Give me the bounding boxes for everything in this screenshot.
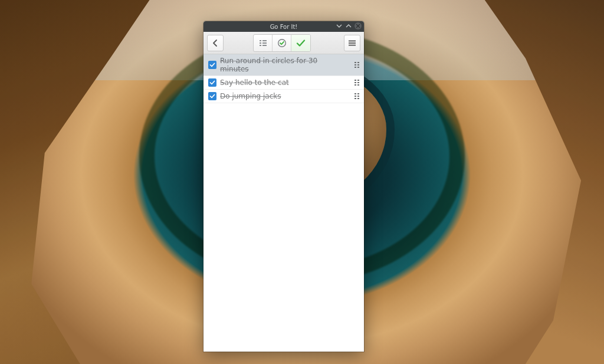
app-window: Go For It! bbox=[203, 21, 364, 352]
check-icon bbox=[296, 38, 306, 48]
toolbar bbox=[203, 32, 364, 54]
task-row[interactable]: Run around in circles for 30 minutes bbox=[203, 54, 364, 76]
svg-rect-2 bbox=[260, 42, 261, 44]
drag-handle-icon[interactable] bbox=[351, 93, 359, 99]
svg-rect-3 bbox=[262, 42, 267, 44]
titlebar[interactable]: Go For It! bbox=[203, 21, 364, 32]
window-title: Go For It! bbox=[270, 24, 298, 30]
back-button[interactable] bbox=[207, 35, 224, 51]
view-done-tab[interactable] bbox=[291, 35, 310, 51]
svg-rect-9 bbox=[349, 44, 356, 45]
task-checkbox[interactable] bbox=[208, 92, 216, 100]
svg-rect-5 bbox=[262, 45, 267, 46]
done-list[interactable]: Run around in circles for 30 minutes Say… bbox=[203, 54, 364, 352]
task-row[interactable]: Say hello to the cat bbox=[203, 76, 364, 90]
task-row[interactable]: Do jumping jacks bbox=[203, 90, 364, 103]
view-todo-tab[interactable] bbox=[254, 35, 273, 51]
close-button[interactable] bbox=[354, 22, 362, 29]
hamburger-icon bbox=[348, 39, 356, 47]
task-label: Do jumping jacks bbox=[220, 92, 347, 100]
minimize-button[interactable] bbox=[336, 22, 343, 29]
window-controls bbox=[336, 22, 362, 29]
task-checkbox[interactable] bbox=[208, 61, 216, 69]
view-timer-tab[interactable] bbox=[273, 35, 291, 51]
svg-rect-0 bbox=[260, 40, 261, 41]
view-switcher bbox=[253, 34, 311, 52]
chevron-left-icon bbox=[211, 39, 219, 47]
svg-rect-7 bbox=[349, 40, 356, 41]
list-icon bbox=[258, 38, 268, 48]
drag-handle-icon[interactable] bbox=[351, 62, 359, 68]
desktop-background: Go For It! bbox=[0, 0, 604, 364]
task-label: Say hello to the cat bbox=[220, 78, 347, 87]
drag-handle-icon[interactable] bbox=[351, 80, 359, 86]
svg-rect-4 bbox=[260, 45, 261, 46]
menu-button[interactable] bbox=[344, 35, 360, 51]
maximize-button[interactable] bbox=[345, 22, 352, 29]
task-label: Run around in circles for 30 minutes bbox=[220, 57, 347, 73]
timer-check-icon bbox=[277, 38, 287, 48]
svg-rect-1 bbox=[262, 40, 267, 41]
svg-rect-8 bbox=[349, 42, 356, 44]
task-checkbox[interactable] bbox=[208, 78, 216, 87]
